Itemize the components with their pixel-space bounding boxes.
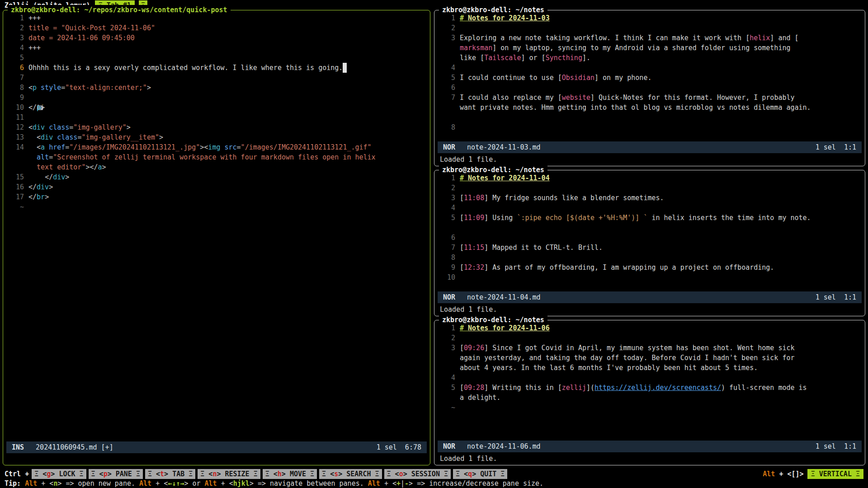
- editor-row[interactable]: 4+++: [5, 43, 426, 53]
- editor-row[interactable]: 10: [436, 272, 861, 282]
- editor-row[interactable]: 3date = 2024-11-06 09:45:00: [5, 33, 426, 43]
- line-content: [09:28] Writing this in [zellij](https:/…: [460, 383, 807, 393]
- terminal-pane-notes-2024-11-06[interactable]: zkbro@zkbro-dell: ~/notes 1# Notes for 2…: [434, 320, 865, 465]
- line-number: ~: [436, 403, 455, 413]
- line-number: 4: [436, 63, 455, 73]
- editor-row[interactable]: 7[11:15] Mapped it to CTRL-t. Brill.: [436, 243, 861, 253]
- terminal-pane-notes-2024-11-03[interactable]: zkbro@zkbro-dell: ~/notes 1# Notes for 2…: [434, 10, 865, 166]
- keybar-ribbon-session[interactable]: Ξ <o> SESSION Ξ: [384, 469, 451, 479]
- key-letter: q: [468, 470, 472, 478]
- keybar-ribbon-quit[interactable]: Ξ <q> QUIT Ξ: [453, 469, 507, 479]
- editor-row[interactable]: [436, 223, 861, 233]
- editor-row[interactable]: 2title = "Quick-Post 2024-11-06": [5, 23, 426, 33]
- editor-row[interactable]: like [Tailscale] or [Syncthing].: [436, 53, 861, 63]
- editor-row[interactable]: a delight.: [436, 393, 861, 403]
- editor-row[interactable]: 8: [436, 253, 861, 263]
- line-content: alt="Screenshot of zellij terminal works…: [28, 152, 376, 162]
- editor-row[interactable]: ~: [436, 403, 861, 413]
- editor-row[interactable]: marksman] on my laptop, syncing to my An…: [436, 43, 861, 53]
- tip-text: > => increase/decrease pane size.: [409, 479, 543, 488]
- editor-row[interactable]: 2: [436, 333, 861, 343]
- editor-row[interactable]: 3[09:26] Since I got Covid in April, my …: [436, 343, 861, 353]
- editor-row[interactable]: 12<div class="img-gallery">: [5, 122, 426, 132]
- line-number: 8: [5, 83, 24, 93]
- keybar-ribbon-pane[interactable]: Ξ <p> PANE Ξ: [89, 469, 143, 479]
- tip-text: + <: [151, 479, 168, 488]
- ribbon-separator-icon: Ξ: [456, 470, 460, 478]
- editor-row[interactable]: 7: [5, 73, 426, 83]
- line-number: 12: [5, 122, 24, 132]
- editor-row[interactable]: 2: [436, 183, 861, 193]
- editor-message: Loaded 1 file.: [440, 305, 497, 314]
- line-content: <div class="img-gallery__item">: [28, 132, 163, 142]
- editor-row[interactable]: 6Ohhhh this is a sexy overly complicated…: [5, 63, 426, 73]
- line-content: want private notes. Hmm getting into tha…: [460, 103, 811, 113]
- editor-row[interactable]: 17</br>: [5, 192, 426, 202]
- key-letter: g: [47, 470, 51, 478]
- line-content: a delight.: [460, 393, 500, 403]
- editor-row[interactable]: 4: [436, 63, 861, 73]
- terminal-pane-notes-2024-11-04[interactable]: zkbro@zkbro-dell: ~/notes 1# Notes for 2…: [434, 170, 865, 316]
- tip-text: + <: [217, 479, 233, 488]
- editor-row[interactable]: 15 </div>: [5, 172, 426, 182]
- line-number: 3: [436, 33, 455, 43]
- keybar-ribbon-resize[interactable]: Ξ <n> RESIZE Ξ: [198, 469, 260, 479]
- line-number: 4: [436, 373, 455, 383]
- shortcut-key: hjkl: [233, 479, 250, 488]
- editor-row[interactable]: 3[11:08] My fridge sounds like a blender…: [436, 193, 861, 203]
- editor-row[interactable]: 4: [436, 373, 861, 383]
- editor-row[interactable]: again yesterday, and taking the day off …: [436, 353, 861, 363]
- editor-row[interactable]: [436, 113, 861, 122]
- ribbon-separator-icon: Ξ: [148, 470, 152, 478]
- ribbon-separator-icon: Ξ: [34, 470, 38, 478]
- keybar-ribbon-move[interactable]: Ξ <h> MOVE Ξ: [263, 469, 317, 479]
- editor-row[interactable]: 8: [436, 122, 861, 132]
- terminal-pane-quick-post[interactable]: zkbro@zkbro-dell: ~/repos/zkbro-ws/conte…: [3, 10, 430, 465]
- editor-row[interactable]: 16</div>: [5, 182, 426, 192]
- editor-row[interactable]: 6: [436, 83, 861, 93]
- editor-row[interactable]: 14 <a href="/images/IMG20241102113121_.j…: [5, 142, 426, 152]
- editor-row[interactable]: about 4 years. In the last 6 months I've…: [436, 363, 861, 373]
- editor-row[interactable]: 3Exploring a new note taking workflow. I…: [436, 33, 861, 43]
- keybar-ribbon-lock[interactable]: Ξ <g> LOCK Ξ: [32, 469, 86, 479]
- editor-row[interactable]: 5: [5, 53, 426, 63]
- editor-row[interactable]: 7I could also replace my [website] Quick…: [436, 93, 861, 103]
- editor-row[interactable]: ~: [5, 202, 426, 212]
- line-content: I could also replace my [website] Quick-…: [460, 93, 795, 103]
- line-number: 8: [436, 122, 455, 132]
- line-number: [436, 113, 455, 122]
- line-number: 7: [436, 93, 455, 103]
- editor-row[interactable]: 5I could continue to use [Obsidian] on m…: [436, 73, 861, 83]
- editor-row[interactable]: 5[09:28] Writing this in [zellij](https:…: [436, 383, 861, 393]
- file-name: note-2024-11-04.md: [467, 291, 541, 303]
- line-content: title = "Quick-Post 2024-11-06": [28, 23, 155, 33]
- editor-row[interactable]: 8<p style="text-align:center;">: [5, 83, 426, 93]
- editor-row[interactable]: 9[12:32] As part of my offboarding, I am…: [436, 263, 861, 272]
- editor-row[interactable]: want private notes. Hmm getting into tha…: [436, 103, 861, 113]
- editor-row[interactable]: 6: [436, 233, 861, 243]
- tip-text: Tip:: [5, 479, 25, 488]
- editor-row[interactable]: text editor"></a>: [5, 162, 426, 172]
- ribbon-label: LOCK: [59, 470, 75, 478]
- keybar-right: Alt + <[]> Ξ VERTICAL Ξ: [763, 469, 863, 479]
- editor-row[interactable]: 9: [5, 93, 426, 103]
- editor-row[interactable]: 4: [436, 203, 861, 213]
- editor-row[interactable]: 10</p>: [5, 103, 426, 113]
- keybar-ribbon-tab[interactable]: Ξ <t> TAB Ξ: [145, 469, 195, 479]
- editor-row[interactable]: 2: [436, 23, 861, 33]
- editor-row[interactable]: alt="Screenshot of zellij terminal works…: [5, 152, 426, 162]
- line-number: [436, 393, 455, 403]
- line-number: 2: [436, 23, 455, 33]
- selection-position: 1 sel 1:1: [816, 141, 856, 153]
- keybar-ribbon-search[interactable]: Ξ <s> SEARCH Ξ: [319, 469, 382, 479]
- ribbon-separator-icon: Ξ: [91, 470, 95, 478]
- ribbon-separator-icon: Ξ: [811, 470, 815, 478]
- bracket-keys: <[]>: [788, 470, 804, 478]
- editor-row[interactable]: 5[11:09] Using `:pipe echo [$(date +'%H:…: [436, 213, 861, 223]
- editor-row[interactable]: 13 <div class="img-gallery__item">: [5, 132, 426, 142]
- tip-text: + <: [380, 479, 396, 488]
- line-content: date = 2024-11-06 09:45:00: [28, 33, 135, 43]
- layout-mode-ribbon[interactable]: Ξ VERTICAL Ξ: [807, 469, 863, 479]
- line-content: [11:09] Using `:pipe echo [$(date +'%H:%…: [460, 213, 811, 223]
- editor-row[interactable]: 11: [5, 113, 426, 122]
